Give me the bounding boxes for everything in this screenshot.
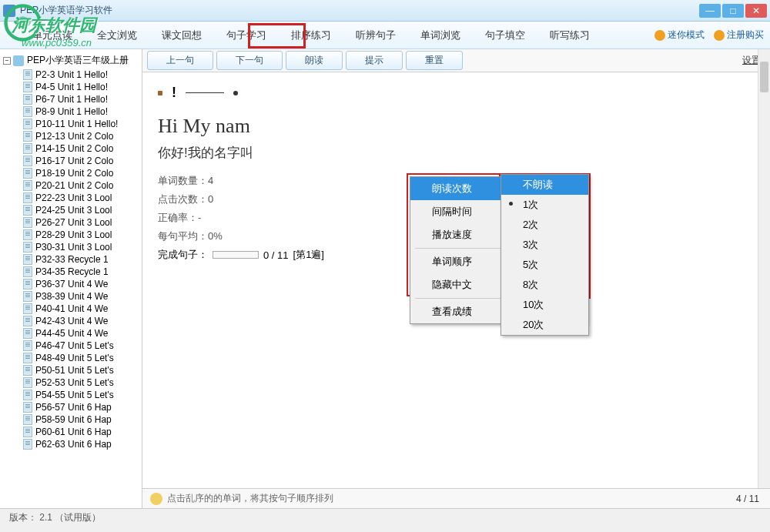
bullet-icon: [509, 202, 513, 206]
submenu-item[interactable]: 5次: [501, 255, 588, 275]
tree-item[interactable]: P48-49 Unit 5 Let's: [0, 352, 142, 364]
page-icon: [23, 192, 32, 203]
tree-item[interactable]: P12-13 Unit 2 Colo: [0, 130, 142, 142]
book-icon: [13, 55, 24, 66]
submenu: 不朗读1次2次3次5次8次10次20次: [500, 174, 589, 336]
page-icon: [23, 279, 32, 289]
exercise-area: ! Hi My nam 你好!我的名字叫 单词数量：4 点击次数：0 正确率：-…: [142, 72, 770, 488]
menu-item-recall[interactable]: 课文回想: [152, 24, 211, 47]
tree-item[interactable]: P40-41 Unit 4 We: [0, 303, 142, 315]
tree-item[interactable]: P8-9 Unit 1 Hello!: [0, 105, 142, 118]
tree-collapse-icon[interactable]: −: [3, 57, 11, 65]
tree-item[interactable]: P52-53 Unit 5 Let's: [0, 376, 142, 389]
close-button[interactable]: ✕: [745, 4, 767, 18]
tree-item[interactable]: P26-27 Unit 3 Lool: [0, 216, 142, 229]
page-icon: [23, 365, 32, 376]
submenu-item[interactable]: 1次: [501, 195, 588, 215]
reset-button[interactable]: 重置: [406, 51, 463, 70]
minimize-button[interactable]: —: [699, 4, 721, 18]
tree-item[interactable]: P50-51 Unit 5 Let's: [0, 364, 142, 376]
tree-item[interactable]: P16-17 Unit 2 Colo: [0, 155, 142, 167]
toolbar: 上一句 下一句 朗读 提示 重置 设置: [142, 49, 770, 72]
page-icon: [23, 427, 32, 437]
submenu-item[interactable]: 不朗读: [501, 175, 588, 195]
tree-item[interactable]: P30-31 Unit 3 Lool: [0, 241, 142, 253]
submenu-item[interactable]: 20次: [501, 315, 588, 335]
hint-text: 点击乱序的的单词，将其按句子顺序排列: [167, 492, 333, 505]
tree-item[interactable]: P38-39 Unit 4 We: [0, 290, 142, 303]
tree-item[interactable]: P14-15 Unit 2 Colo: [0, 142, 142, 155]
register-icon: [714, 30, 725, 41]
page-icon: [23, 328, 32, 339]
submenu-item[interactable]: 3次: [501, 235, 588, 255]
page-icon: [23, 106, 32, 117]
tree-item[interactable]: P2-3 Unit 1 Hello!: [0, 69, 142, 81]
tree-item[interactable]: P22-23 Unit 3 Lool: [0, 192, 142, 204]
watermark-text: 河东软件园: [12, 14, 96, 37]
page-icon: [23, 254, 32, 265]
page-icon: [23, 229, 32, 240]
mini-icon: [654, 30, 665, 41]
page-icon: [23, 402, 32, 413]
main-area: 上一句 下一句 朗读 提示 重置 设置 ! Hi My nam 你好!我的名字叫…: [142, 49, 770, 508]
submenu-item[interactable]: 10次: [501, 295, 588, 315]
tree-item[interactable]: P34-35 Recycle 1: [0, 266, 142, 278]
tree-item[interactable]: P46-47 Unit 5 Let's: [0, 340, 142, 352]
page-icon: [23, 353, 32, 363]
register-button[interactable]: 注册购买: [714, 28, 764, 42]
menu-item-fulltext[interactable]: 全文浏览: [88, 24, 146, 47]
titlebar: PEP小学英语学习软件 — □ ✕: [0, 0, 770, 22]
tree-item[interactable]: P36-37 Unit 4 We: [0, 278, 142, 290]
page-icon: [23, 205, 32, 216]
tree-item[interactable]: P24-25 Unit 3 Lool: [0, 204, 142, 216]
tree-item[interactable]: P18-19 Unit 2 Colo: [0, 167, 142, 179]
hint-icon: [150, 493, 162, 505]
menu-item-order[interactable]: 排序练习: [282, 24, 340, 47]
scrollbar-thumb[interactable]: [760, 62, 768, 92]
tree-item[interactable]: P4-5 Unit 1 Hello!: [0, 81, 142, 93]
prev-button[interactable]: 上一句: [147, 51, 213, 70]
word-line: !: [158, 85, 755, 101]
page-icon: [23, 156, 32, 166]
word-prefix: !: [172, 85, 176, 101]
tree-item[interactable]: P6-7 Unit 1 Hello!: [0, 93, 142, 105]
next-button[interactable]: 下一句: [216, 51, 283, 70]
tree-item[interactable]: P58-59 Unit 6 Hap: [0, 413, 142, 426]
english-sentence[interactable]: Hi My nam: [158, 115, 755, 138]
tree-item[interactable]: P32-33 Recycle 1: [0, 253, 142, 266]
submenu-item[interactable]: 2次: [501, 215, 588, 235]
page-icon: [23, 143, 32, 154]
menu-item-dictation[interactable]: 听写练习: [541, 24, 599, 47]
page-icon: [23, 377, 32, 388]
tree-item[interactable]: P54-55 Unit 5 Let's: [0, 389, 142, 401]
version-text: 版本： 2.1 （试用版）: [9, 511, 101, 524]
read-button[interactable]: 朗读: [286, 51, 343, 70]
page-icon: [23, 69, 32, 80]
tree-root[interactable]: − PEP小学英语三年级上册: [0, 52, 142, 69]
hint-bar: 点击乱序的的单词，将其按句子顺序排列 4 / 11: [142, 488, 770, 508]
tree-item[interactable]: P10-11 Unit 1 Hello!: [0, 118, 142, 130]
page-icon: [23, 131, 32, 142]
page-indicator: 4 / 11: [736, 494, 759, 504]
chinese-sentence: 你好!我的名字叫: [158, 144, 755, 162]
tree-item[interactable]: P28-29 Unit 3 Lool: [0, 229, 142, 241]
submenu-item[interactable]: 8次: [501, 275, 588, 295]
menu-item-listen[interactable]: 听辨句子: [346, 24, 405, 47]
tree-item[interactable]: P20-21 Unit 2 Colo: [0, 179, 142, 192]
maximize-button[interactable]: □: [722, 4, 744, 18]
page-icon: [23, 168, 32, 179]
menu-item-sentence[interactable]: 句子学习: [217, 24, 276, 47]
mini-mode-button[interactable]: 迷你模式: [654, 28, 705, 42]
tree-item[interactable]: P62-63 Unit 6 Hap: [0, 438, 142, 450]
scrollbar-vertical[interactable]: [758, 49, 770, 488]
tree-item[interactable]: P56-57 Unit 6 Hap: [0, 401, 142, 413]
menu-item-words[interactable]: 单词浏览: [411, 24, 470, 47]
tree-item[interactable]: P44-45 Unit 4 We: [0, 327, 142, 340]
menu-item-fillblank[interactable]: 句子填空: [476, 24, 534, 47]
page-icon: [23, 439, 32, 450]
tree-item[interactable]: P60-61 Unit 6 Hap: [0, 426, 142, 438]
hint-button[interactable]: 提示: [346, 51, 403, 70]
tree-item[interactable]: P42-43 Unit 4 We: [0, 315, 142, 327]
page-icon: [23, 390, 32, 400]
page-icon: [23, 217, 32, 228]
